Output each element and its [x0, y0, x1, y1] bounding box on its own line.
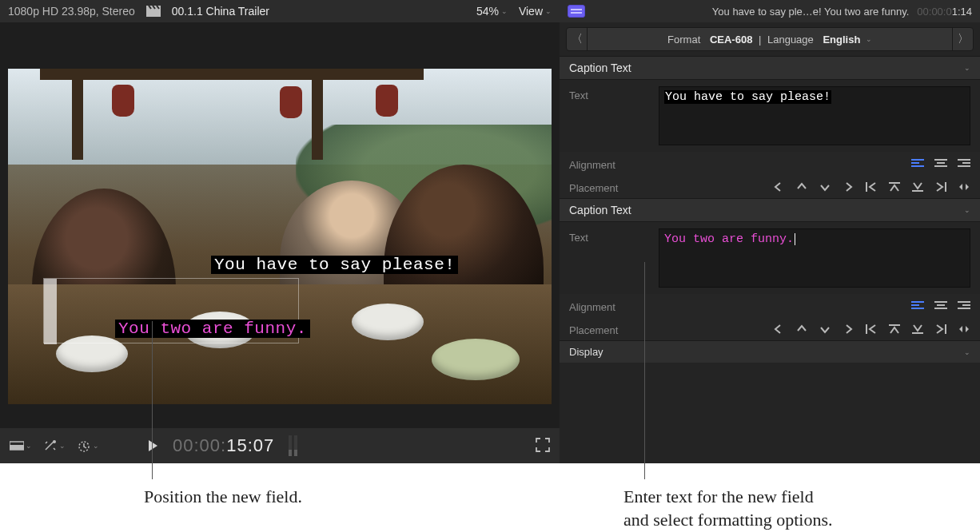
center-horizontal-icon[interactable]: [957, 324, 970, 335]
nudge-down-icon[interactable]: [818, 181, 831, 193]
nudge-right-icon[interactable]: [841, 181, 855, 193]
inspector-top-bar: You have to say ple…e! You two are funny…: [560, 0, 980, 22]
align-top-edge-icon[interactable]: [887, 181, 901, 193]
nudge-left-icon[interactable]: [771, 324, 785, 335]
placement-row: Placement: [560, 175, 980, 198]
alignment-label: Alignment: [569, 298, 649, 313]
clip-title: 00.1.1 China Trailer: [172, 5, 269, 18]
align-center-icon[interactable]: [934, 158, 947, 169]
nudge-up-icon[interactable]: [795, 324, 808, 335]
align-right-icon[interactable]: [957, 300, 970, 312]
caption-text-section-header-2[interactable]: Caption Text ⌄: [560, 198, 980, 222]
nudge-right-icon[interactable]: [841, 324, 855, 335]
prev-caption-button[interactable]: 〈: [567, 28, 588, 50]
caption-text-input-1[interactable]: You have to say please!: [659, 86, 970, 145]
caption-text-row-2: Text You two are funny.: [560, 222, 980, 294]
svg-rect-0: [146, 9, 161, 17]
placement-row-2: Placement: [560, 317, 980, 340]
nudge-left-icon[interactable]: [771, 181, 785, 193]
inspector-title: You have to say ple…e! You two are funny…: [593, 6, 909, 18]
caption-inspector-icon[interactable]: [568, 5, 585, 18]
align-bottom-edge-icon[interactable]: [910, 181, 924, 193]
alignment-label: Alignment: [569, 156, 649, 171]
chevron-down-icon: ⌄: [545, 7, 552, 15]
text-label: Text: [569, 228, 649, 244]
callout-enter-text: Enter text for the new field and select …: [623, 486, 967, 531]
svg-rect-6: [10, 445, 24, 450]
chevron-down-icon: ⌄: [93, 442, 99, 450]
align-left-icon[interactable]: [910, 158, 924, 169]
play-button[interactable]: [147, 439, 158, 452]
align-right-edge-icon[interactable]: [934, 324, 947, 335]
format-language-menu[interactable]: Format CEA-608 | Language English ⌄: [588, 28, 952, 50]
align-right-edge-icon[interactable]: [934, 181, 947, 193]
clip-appearance-menu[interactable]: ⌄: [10, 440, 32, 451]
text-cursor: [795, 233, 795, 245]
caption-overlay-1[interactable]: You have to say please!: [211, 256, 458, 274]
caption-format-bar: 〈 Format CEA-608 | Language English ⌄ 〉: [566, 27, 974, 51]
svg-point-7: [53, 440, 56, 443]
nudge-up-icon[interactable]: [795, 181, 808, 193]
effects-tool-menu[interactable]: ⌄: [43, 439, 66, 452]
align-left-icon[interactable]: [910, 300, 924, 312]
inspector-duration: 00:00:01:14: [917, 6, 972, 18]
chevron-down-icon: ⌄: [501, 7, 508, 15]
display-section-header[interactable]: Display ⌄: [560, 340, 980, 363]
chevron-down-icon: ⌄: [59, 442, 66, 450]
caption-resize-handle[interactable]: [44, 279, 57, 344]
viewer-pane: 1080p HD 23.98p, Stereo 00.1.1 China Tra…: [0, 0, 560, 463]
caption-overlay-2[interactable]: You two are funny.: [115, 320, 310, 338]
align-left-edge-icon[interactable]: [864, 324, 878, 335]
center-horizontal-icon[interactable]: [957, 181, 970, 193]
alignment-row: Alignment: [560, 152, 980, 175]
fullscreen-button[interactable]: [536, 438, 550, 455]
caption-text-input-2[interactable]: You two are funny.: [659, 228, 970, 288]
chevron-down-icon: ⌄: [964, 206, 970, 214]
video-frame[interactable]: You have to say please! You two are funn…: [8, 69, 552, 404]
nudge-down-icon[interactable]: [818, 324, 831, 335]
clapperboard-icon[interactable]: [146, 6, 161, 17]
align-right-icon[interactable]: [957, 158, 970, 169]
view-menu[interactable]: View⌄: [519, 5, 552, 18]
chevron-down-icon: ⌄: [863, 35, 872, 43]
align-left-edge-icon[interactable]: [864, 181, 878, 193]
caption-text-section-header[interactable]: Caption Text ⌄: [560, 56, 980, 80]
playhead-timecode[interactable]: 00:00:15:07: [173, 435, 274, 456]
caption-text-row: Text You have to say please!: [560, 80, 980, 152]
callout-position-field: Position the new field.: [144, 486, 302, 509]
retime-menu[interactable]: ⌄: [77, 439, 99, 452]
chevron-down-icon: ⌄: [26, 442, 32, 450]
format-info: 1080p HD 23.98p, Stereo: [8, 5, 135, 18]
viewer-top-bar: 1080p HD 23.98p, Stereo 00.1.1 China Tra…: [0, 0, 560, 22]
alignment-row-2: Alignment: [560, 294, 980, 317]
align-top-edge-icon[interactable]: [887, 324, 901, 335]
chevron-down-icon: ⌄: [964, 64, 970, 72]
audio-meters: [289, 435, 297, 456]
text-label: Text: [569, 86, 649, 101]
next-caption-button[interactable]: 〉: [952, 28, 973, 50]
inspector-pane: You have to say ple…e! You two are funny…: [560, 0, 980, 463]
zoom-menu[interactable]: 54%⌄: [476, 5, 508, 18]
placement-label: Placement: [569, 321, 649, 336]
align-center-icon[interactable]: [934, 300, 947, 312]
transport-bar: ⌄ ⌄ ⌄ 00:00:15:07: [0, 428, 560, 463]
placement-label: Placement: [569, 179, 649, 194]
chevron-down-icon: ⌄: [964, 348, 970, 356]
align-bottom-edge-icon[interactable]: [910, 324, 924, 335]
